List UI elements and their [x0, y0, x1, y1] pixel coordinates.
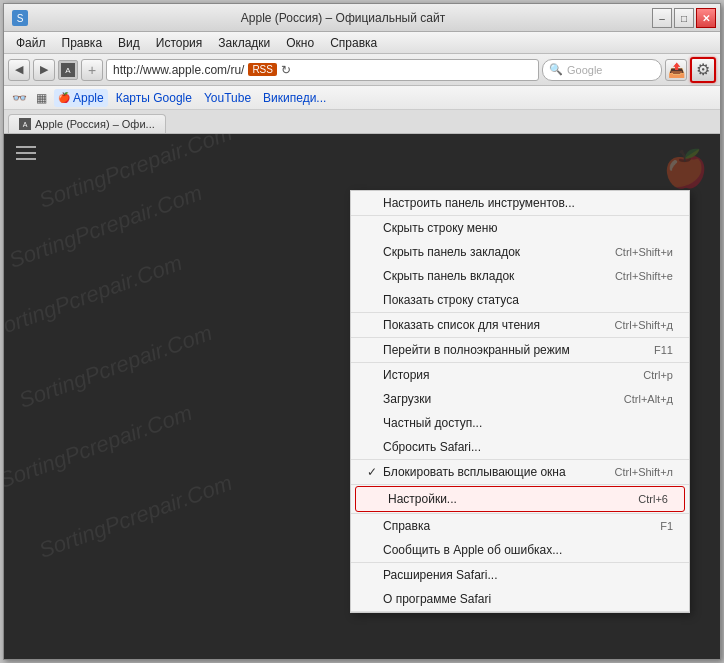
tab-favicon: A	[19, 118, 31, 130]
refresh-button[interactable]: ↻	[277, 61, 295, 79]
tab-label: Apple (Россия) – Офи...	[35, 118, 155, 130]
menu-window[interactable]: Окно	[278, 34, 322, 52]
active-tab[interactable]: A Apple (Россия) – Офи...	[8, 114, 166, 133]
dropdown-reading-list[interactable]: Показать список для чтения Ctrl+Shift+д	[351, 313, 689, 337]
dropdown-fullscreen[interactable]: Перейти в полноэкранный режим F11	[351, 338, 689, 362]
menu-view[interactable]: Вид	[110, 34, 148, 52]
window-controls: – □ ✕	[652, 8, 716, 28]
back-button[interactable]: ◀	[8, 59, 30, 81]
dropdown-reset[interactable]: Сбросить Safari...	[351, 435, 689, 459]
new-page-button[interactable]: +	[81, 59, 103, 81]
dropdown-downloads[interactable]: Загрузки Ctrl+Alt+д	[351, 387, 689, 411]
menu-history[interactable]: История	[148, 34, 211, 52]
bookmark-apple[interactable]: 🍎 Apple	[54, 89, 108, 107]
search-placeholder: Google	[567, 64, 602, 76]
menu-edit[interactable]: Правка	[54, 34, 111, 52]
dropdown-preferences[interactable]: Настройки... Ctrl+6	[355, 486, 685, 512]
dropdown-section-7: Настройки... Ctrl+6	[351, 486, 689, 514]
nav-bar: ◀ ▶ A + http://www.apple.com/ru/ RSS ↻ 🔍…	[4, 54, 720, 86]
menu-file[interactable]: Файл	[8, 34, 54, 52]
forward-button[interactable]: ▶	[33, 59, 55, 81]
dropdown-about-safari[interactable]: О программе Safari	[351, 587, 689, 611]
checkmark-icon: ✓	[367, 465, 383, 479]
dropdown-section-4: Перейти в полноэкранный режим F11	[351, 338, 689, 363]
watermark-6: SortingPcrepair.Com	[36, 470, 236, 564]
dropdown-hide-bookmarks[interactable]: Скрыть панель закладок Ctrl+Shift+и	[351, 240, 689, 264]
watermark-4: SortingPcrepair.Com	[16, 320, 216, 414]
maximize-button[interactable]: □	[674, 8, 694, 28]
hamburger-line-2	[16, 152, 36, 154]
watermark-5: SortingPcrepair.Com	[4, 400, 196, 494]
dropdown-private[interactable]: Частный доступ...	[351, 411, 689, 435]
bookmark-maps[interactable]: Карты Google	[112, 89, 196, 107]
title-bar: S Apple (Россия) – Официальный сайт – □ …	[4, 4, 720, 32]
dropdown-section-1: Настроить панель инструментов...	[351, 191, 689, 216]
gear-button[interactable]: ⚙	[690, 57, 716, 83]
dropdown-customize-toolbar[interactable]: Настроить панель инструментов...	[351, 191, 689, 215]
hamburger-menu[interactable]	[16, 146, 36, 160]
menu-help[interactable]: Справка	[322, 34, 385, 52]
menu-bar: Файл Правка Вид История Закладки Окно Сп…	[4, 32, 720, 54]
content-area: SortingPcrepair.Com SortingPcrepair.Com …	[4, 134, 720, 659]
reader-icon[interactable]: 👓	[10, 89, 28, 107]
svg-text:S: S	[17, 13, 24, 24]
hamburger-line-1	[16, 146, 36, 148]
bookmarks-bar: 👓 ▦ 🍎 Apple Карты Google YouTube Википед…	[4, 86, 720, 110]
dropdown-section-5: История Ctrl+р Загрузки Ctrl+Alt+д Частн…	[351, 363, 689, 460]
dropdown-section-6: ✓ Блокировать всплывающие окна Ctrl+Shif…	[351, 460, 689, 485]
svg-text:A: A	[65, 66, 71, 75]
share-button[interactable]: 📤	[665, 59, 687, 81]
dropdown-hide-tabs[interactable]: Скрыть панель вкладок Ctrl+Shift+е	[351, 264, 689, 288]
page-thumbnail: A	[58, 60, 78, 80]
url-text: http://www.apple.com/ru/	[113, 63, 244, 77]
bookmark-wikipedia[interactable]: Википеди...	[259, 89, 330, 107]
dropdown-extensions[interactable]: Расширения Safari...	[351, 563, 689, 587]
url-bar[interactable]: http://www.apple.com/ru/ RSS ↻	[106, 59, 539, 81]
apple-logo: 🍎	[660, 144, 710, 194]
dropdown-menu: Настроить панель инструментов... Скрыть …	[350, 190, 690, 613]
grid-icon[interactable]: ▦	[32, 89, 50, 107]
search-bar[interactable]: 🔍 Google	[542, 59, 662, 81]
bookmark-youtube[interactable]: YouTube	[200, 89, 255, 107]
dropdown-section-2: Скрыть строку меню Скрыть панель закладо…	[351, 216, 689, 313]
dropdown-section-3: Показать список для чтения Ctrl+Shift+д	[351, 313, 689, 338]
dropdown-report-bug[interactable]: Сообщить в Apple об ошибках...	[351, 538, 689, 562]
hamburger-line-3	[16, 158, 36, 160]
window-title: Apple (Россия) – Официальный сайт	[34, 11, 652, 25]
dropdown-block-popups[interactable]: ✓ Блокировать всплывающие окна Ctrl+Shif…	[351, 460, 689, 484]
rss-badge: RSS	[248, 63, 277, 76]
dropdown-history[interactable]: История Ctrl+р	[351, 363, 689, 387]
apple-favicon: 🍎	[58, 92, 70, 103]
svg-text:A: A	[23, 121, 28, 128]
minimize-button[interactable]: –	[652, 8, 672, 28]
watermark-2: SortingPcrepair.Com	[6, 180, 206, 274]
dropdown-help[interactable]: Справка F1	[351, 514, 689, 538]
dropdown-hide-menubar[interactable]: Скрыть строку меню	[351, 216, 689, 240]
menu-bookmarks[interactable]: Закладки	[210, 34, 278, 52]
search-icon: 🔍	[549, 63, 563, 76]
watermark-1: SortingPcrepair.Com	[36, 134, 236, 214]
watermark-3: SortingPcrepair.Com	[4, 250, 186, 344]
app-icon: S	[12, 10, 28, 26]
dropdown-show-statusbar[interactable]: Показать строку статуса	[351, 288, 689, 312]
browser-window: S Apple (Россия) – Официальный сайт – □ …	[3, 3, 721, 660]
close-button[interactable]: ✕	[696, 8, 716, 28]
dropdown-section-9: Расширения Safari... О программе Safari	[351, 563, 689, 612]
dropdown-section-8: Справка F1 Сообщить в Apple об ошибках..…	[351, 514, 689, 563]
tab-bar: A Apple (Россия) – Офи...	[4, 110, 720, 134]
